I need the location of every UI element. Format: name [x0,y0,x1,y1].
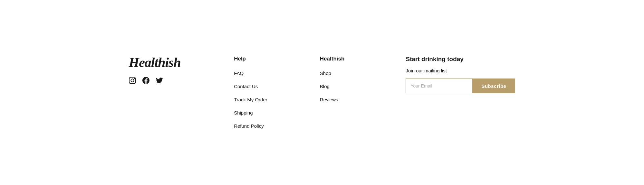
instagram-icon[interactable] [129,77,136,84]
email-form: Subscribe [406,79,515,93]
healthish-heading: Healthish [320,56,371,62]
contact-us-link[interactable]: Contact Us [234,83,285,90]
help-column: Help FAQ Contact Us Track My Order Shipp… [234,56,285,129]
brand-column: Healthish [129,56,200,84]
social-icons-group [129,77,200,84]
shop-link[interactable]: Shop [320,70,371,77]
faq-link[interactable]: FAQ [234,70,285,77]
reviews-link[interactable]: Reviews [320,96,371,103]
healthish-column: Healthish Shop Blog Reviews [320,56,371,103]
refund-policy-link[interactable]: Refund Policy [234,123,285,129]
subscribe-subtext: Join our mailing list [406,68,515,73]
blog-link[interactable]: Blog [320,83,371,90]
facebook-icon[interactable] [142,77,149,84]
email-input[interactable] [406,79,472,93]
twitter-icon[interactable] [156,77,163,84]
subscribe-column: Start drinking today Join our mailing li… [406,56,515,93]
footer-inner: Healthish [129,56,515,129]
shipping-link[interactable]: Shipping [234,109,285,116]
brand-logo: Healthish [129,56,200,69]
track-my-order-link[interactable]: Track My Order [234,96,285,103]
subscribe-button[interactable]: Subscribe [472,79,515,93]
help-heading: Help [234,56,285,62]
subscribe-heading: Start drinking today [406,56,515,63]
footer: Healthish [0,0,644,185]
